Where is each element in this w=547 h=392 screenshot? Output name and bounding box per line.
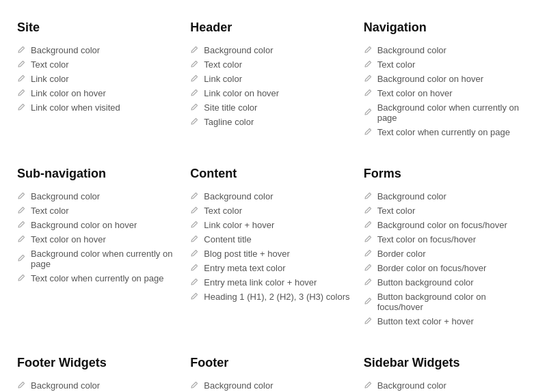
pencil-icon	[364, 381, 373, 391]
list-item-label: Text color on hover	[31, 234, 106, 244]
list-item-label: Tagline color	[204, 117, 254, 127]
list-item[interactable]: Link color on hover	[190, 86, 349, 100]
list-item-label: Button background color on focus/hover	[377, 292, 523, 312]
list-item[interactable]: Heading 1 (H1), 2 (H2), 3 (H3) colors	[190, 290, 349, 304]
section-header: Header Background color Text color Link …	[187, 14, 360, 160]
list-item[interactable]: Background color on hover	[17, 218, 176, 232]
pencil-icon	[364, 128, 373, 137]
pencil-icon	[17, 46, 27, 55]
section-content: Content Background color Text color Link…	[187, 160, 360, 349]
list-item[interactable]: Text color	[17, 57, 176, 72]
list-item[interactable]: Background color	[364, 43, 523, 57]
list-item-label: Link color on hover	[204, 88, 279, 98]
list-item-label: Text color	[31, 206, 69, 216]
list-item[interactable]: Text color on focus/hover	[364, 232, 523, 247]
pencil-icon	[190, 74, 200, 84]
list-item-label: Background color	[31, 45, 100, 55]
pencil-icon	[17, 221, 27, 230]
list-item[interactable]: Link color	[17, 72, 176, 86]
section-title-footer-widgets: Footer Widgets	[17, 356, 176, 370]
list-item-label: Background color	[204, 191, 273, 201]
list-item-label: Text color when currently on page	[31, 273, 163, 283]
list-item[interactable]: Text color	[190, 57, 349, 72]
pencil-icon	[17, 60, 27, 70]
list-item[interactable]: Border color	[364, 247, 523, 261]
list-item-label: Background color on hover	[31, 220, 137, 230]
pencil-icon	[190, 103, 200, 113]
pencil-icon	[17, 74, 27, 84]
list-item-label: Background color	[31, 380, 100, 391]
section-footer: Footer Background color Text color Link …	[187, 349, 360, 392]
list-item[interactable]: Background color	[17, 43, 176, 57]
pencil-icon	[190, 278, 200, 288]
pencil-icon	[190, 292, 200, 302]
list-item[interactable]: Entry meta link color + hover	[190, 275, 349, 290]
list-item[interactable]: Background color	[190, 189, 349, 204]
list-item[interactable]: Link color when visited	[17, 100, 176, 115]
pencil-icon	[190, 89, 200, 98]
list-item[interactable]: Background color	[364, 189, 523, 204]
section-title-forms: Forms	[364, 167, 523, 181]
list-item[interactable]: Text color	[364, 57, 523, 72]
pencil-icon	[190, 249, 200, 259]
list-item[interactable]: Text color when currently on page	[364, 125, 523, 139]
list-item-label: Link color + hover	[204, 220, 274, 230]
list-item[interactable]: Tagline color	[190, 115, 349, 129]
list-item[interactable]: Text color on hover	[17, 232, 176, 247]
list-item[interactable]: Button background color on focus/hover	[364, 290, 523, 314]
list-item[interactable]: Background color on hover	[364, 72, 523, 86]
pencil-icon	[190, 60, 200, 70]
pencil-icon	[190, 221, 200, 230]
pencil-icon	[364, 46, 373, 55]
list-item[interactable]: Text color	[190, 204, 349, 218]
section-navigation: Navigation Background color Text color B…	[360, 14, 533, 160]
list-item-label: Background color	[204, 45, 273, 55]
list-item[interactable]: Background color	[17, 378, 176, 392]
pencil-icon	[17, 206, 27, 216]
list-item[interactable]: Button text color + hover	[364, 314, 523, 328]
pencil-icon	[364, 249, 373, 259]
pencil-icon	[364, 74, 373, 84]
list-item[interactable]: Site title color	[190, 100, 349, 115]
list-item[interactable]: Link color	[190, 72, 349, 86]
list-item[interactable]: Background color when currently on page	[17, 247, 176, 271]
list-item[interactable]: Border color on focus/hover	[364, 261, 523, 275]
pencil-icon	[17, 103, 27, 113]
list-item-label: Background color when currently on page	[31, 249, 176, 269]
list-item[interactable]: Button background color	[364, 275, 523, 290]
list-item-label: Button text color + hover	[377, 316, 474, 326]
list-item[interactable]: Text color on hover	[364, 86, 523, 100]
sections-grid: Site Background color Text color Link co…	[14, 14, 533, 392]
list-item[interactable]: Text color	[17, 204, 176, 218]
list-item-label: Background color on focus/hover	[377, 220, 507, 230]
list-item[interactable]: Link color on hover	[17, 86, 176, 100]
section-sub-navigation: Sub-navigation Background color Text col…	[14, 160, 187, 349]
list-item[interactable]: Link color + hover	[190, 218, 349, 232]
list-item[interactable]: Background color	[364, 378, 523, 392]
list-item[interactable]: Background color	[190, 378, 349, 392]
pencil-icon	[190, 117, 200, 127]
pencil-icon	[17, 381, 27, 391]
list-item[interactable]: Background color on focus/hover	[364, 218, 523, 232]
list-item-label: Content title	[204, 234, 251, 244]
list-item-label: Link color on hover	[31, 88, 106, 98]
list-item[interactable]: Content title	[190, 232, 349, 247]
pencil-icon	[364, 278, 373, 288]
list-item-label: Border color	[377, 249, 426, 259]
pencil-icon	[190, 46, 200, 55]
list-item-label: Background color when currently on page	[377, 102, 523, 123]
list-item[interactable]: Text color when currently on page	[17, 271, 176, 285]
list-item-label: Button background color	[377, 277, 474, 288]
list-item[interactable]: Background color	[17, 189, 176, 204]
pencil-icon	[364, 60, 373, 70]
list-item[interactable]: Text color	[364, 204, 523, 218]
section-footer-widgets: Footer Widgets Background color Text col…	[14, 349, 187, 392]
section-title-sub-navigation: Sub-navigation	[17, 167, 176, 181]
list-item[interactable]: Background color when currently on page	[364, 100, 523, 125]
pencil-icon	[17, 254, 27, 264]
list-item[interactable]: Blog post title + hover	[190, 247, 349, 261]
list-item[interactable]: Entry meta text color	[190, 261, 349, 275]
list-item-label: Background color	[204, 380, 273, 391]
list-item[interactable]: Background color	[190, 43, 349, 57]
section-title-header: Header	[190, 20, 349, 35]
